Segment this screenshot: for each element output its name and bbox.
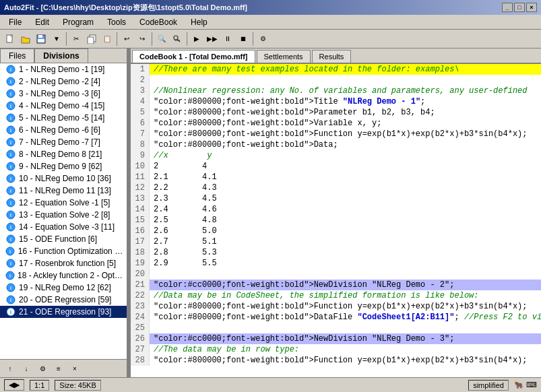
tree-item-3[interactable]: i3 - NLReg Demo -3 [6] — [0, 88, 127, 100]
tree-item-1[interactable]: i1 - NLReg Demo -1 [19] — [0, 63, 127, 75]
line-content-4[interactable]: "color:#800000;font-weight:bold">Title "… — [150, 96, 541, 107]
tab-files[interactable]: Files — [0, 48, 34, 63]
tree-item-20[interactable]: i20 - ODE Regression [59] — [0, 294, 127, 306]
run-button[interactable]: ▶ — [189, 32, 204, 46]
svg-rect-4 — [38, 39, 44, 42]
line-content-26[interactable]: "color:#cc0000;font-weight:bold">NewDivi… — [150, 333, 541, 344]
line-content-18[interactable]: 2.8 5.3 — [150, 247, 541, 258]
code-editor[interactable]: 1//There are many test examples located … — [131, 64, 541, 377]
code-tab-settlements[interactable]: Settlements — [257, 50, 311, 63]
line-content-28[interactable]: "color:#800000;font-weight:bold">Functio… — [150, 355, 541, 366]
line-content-11[interactable]: 2.1 4.1 — [150, 172, 541, 183]
line-content-1[interactable]: //There are many test examples located i… — [150, 64, 541, 75]
line-content-23[interactable]: "color:#800000;font-weight:bold">Functio… — [150, 301, 541, 312]
tree-item-4[interactable]: i4 - NLReg Demo -4 [15] — [0, 100, 127, 112]
line-content-17[interactable]: 2.7 5.1 — [150, 236, 541, 247]
close-button[interactable]: × — [526, 3, 537, 12]
line-content-6[interactable]: "color:#800000;font-weight:bold">Variabl… — [150, 118, 541, 129]
move-up-button[interactable]: ↑ — [3, 361, 18, 376]
clear-button[interactable]: × — [67, 361, 82, 376]
tree-item-12[interactable]: i12 - Equation Solve -1 [5] — [0, 197, 127, 209]
tab-divisions[interactable]: Divisions — [34, 48, 88, 63]
code-tab-codebook[interactable]: CodeBook 1 - [Total Demo.mff] — [132, 50, 255, 63]
line-content-13[interactable]: 2.3 4.5 — [150, 193, 541, 204]
line-content-12[interactable]: 2.2 4.3 — [150, 183, 541, 193]
tree-item-icon-8: i — [5, 149, 16, 160]
line-content-22[interactable]: //Data may be in CodeSheet, the simplifi… — [150, 290, 541, 301]
line-content-9[interactable]: //x y — [150, 150, 541, 161]
line-content-16[interactable]: 2.6 5.0 — [150, 226, 541, 236]
line-content-7[interactable]: "color:#800000;font-weight:bold">Functio… — [150, 129, 541, 139]
minimize-button[interactable]: _ — [502, 3, 513, 12]
line-content-20[interactable] — [150, 269, 541, 280]
line-content-8[interactable]: "color:#800000;font-weight:bold">Data; — [150, 139, 541, 150]
undo-button[interactable]: ↩ — [119, 32, 134, 46]
run-division-button[interactable]: ⚙ — [35, 361, 50, 376]
save-dropdown-button[interactable]: ▼ — [49, 32, 64, 46]
tree-item-19[interactable]: i19 - NLReg Demo 12 [62] — [0, 282, 127, 294]
tree-item-16[interactable]: i16 - Function Optimization -1 [8] — [0, 245, 127, 257]
tree-item-icon-16: i — [5, 246, 15, 257]
line-content-15[interactable]: 2.5 4.8 — [150, 215, 541, 226]
line-content-25[interactable] — [150, 323, 541, 333]
new-button[interactable] — [3, 32, 18, 46]
line-content-3[interactable]: //Nonlinear regression: any No. of varia… — [150, 86, 541, 96]
line-content-10[interactable]: 2 4 — [150, 161, 541, 172]
tree-item-7[interactable]: i7 - NLReg Demo -7 [7] — [0, 136, 127, 148]
toolbar-sep-2 — [117, 32, 117, 46]
tree-list[interactable]: i1 - NLReg Demo -1 [19]i2 - NLReg Demo -… — [0, 63, 127, 359]
tree-item-8[interactable]: i8 - NLReg Demo 8 [21] — [0, 148, 127, 160]
findreplace-button[interactable] — [170, 32, 185, 46]
tree-item-6[interactable]: i6 - NLReg Demo -6 [6] — [0, 124, 127, 136]
line-content-2[interactable] — [150, 75, 541, 86]
tree-item-11[interactable]: i11 - NLReg Demo 11 [13] — [0, 185, 127, 197]
line-content-14[interactable]: 2.4 4.6 — [150, 204, 541, 215]
tree-item-label-19: 19 - NLReg Demo 12 [62] — [19, 283, 111, 292]
code-line-22: 22//Data may be in CodeSheet, the simpli… — [131, 290, 541, 301]
settings-button[interactable]: ⚙ — [255, 32, 270, 46]
tree-item-21[interactable]: i21 - ODE Regression [93] — [0, 306, 127, 318]
line-content-5[interactable]: "color:#800000;font-weight:bold">Paramet… — [150, 107, 541, 118]
tree-item-18[interactable]: i18 - Ackley function 2 - Optimiz... [ — [0, 269, 127, 282]
line-content-27[interactable]: //The data may be in row type: — [150, 344, 541, 355]
open-button[interactable] — [18, 32, 33, 46]
code-line-2: 2 — [131, 75, 541, 86]
tree-item-15[interactable]: i15 - ODE Function [6] — [0, 233, 127, 245]
move-down-button[interactable]: ↓ — [19, 361, 34, 376]
tree-item-label-17: 17 - Rosenbrok function [5] — [19, 259, 116, 268]
redo-button[interactable]: ↪ — [135, 32, 150, 46]
line-content-21[interactable]: "color:#cc0000;font-weight:bold">NewDivi… — [150, 280, 541, 290]
tree-item-icon-3: i — [5, 88, 16, 99]
tree-item-14[interactable]: i14 - Equation Solve -3 [11] — [0, 221, 127, 233]
menu-help[interactable]: Help — [185, 15, 214, 29]
menu-file[interactable]: File — [3, 15, 28, 29]
run2-button[interactable]: ▶▶ — [205, 32, 220, 46]
svg-text:i: i — [10, 298, 11, 302]
tree-item-10[interactable]: i10 - NLReg Demo 10 [36] — [0, 172, 127, 185]
paste-button[interactable]: 📋 — [100, 32, 115, 46]
menu-edit[interactable]: Edit — [29, 15, 55, 29]
maximize-button[interactable]: □ — [514, 3, 525, 12]
copy-button[interactable] — [84, 32, 99, 46]
line-content-19[interactable]: 2.9 5.5 — [150, 258, 541, 269]
stop-button[interactable]: ⏹ — [236, 32, 251, 46]
find-button[interactable]: 🔍 — [154, 32, 169, 46]
menu-codebook[interactable]: CodeBook — [133, 15, 183, 29]
tree-item-label-15: 15 - ODE Function [6] — [19, 234, 97, 244]
menu-program[interactable]: Program — [57, 15, 100, 29]
list-button[interactable]: ≡ — [51, 361, 66, 376]
line-number-27: 27 — [131, 344, 150, 355]
cut-button[interactable]: ✂ — [69, 32, 84, 46]
save-button[interactable] — [34, 32, 49, 46]
run3-button[interactable]: ⏸ — [220, 32, 235, 46]
tree-item-icon-7: i — [5, 137, 16, 148]
tree-item-5[interactable]: i5 - NLReg Demo -5 [14] — [0, 112, 127, 124]
tree-item-17[interactable]: i17 - Rosenbrok function [5] — [0, 257, 127, 269]
menu-tools[interactable]: Tools — [101, 15, 132, 29]
tree-item-13[interactable]: i13 - Equation Solve -2 [8] — [0, 209, 127, 221]
tree-item-2[interactable]: i2 - NLReg Demo -2 [4] — [0, 75, 127, 88]
code-tab-results[interactable]: Results — [312, 50, 352, 63]
tree-item-9[interactable]: i9 - NLReg Demo 9 [62] — [0, 160, 127, 172]
status-icon-1: 🐂 — [514, 381, 523, 389]
line-content-24[interactable]: "color:#800000;font-weight:bold">DataFil… — [150, 312, 541, 323]
